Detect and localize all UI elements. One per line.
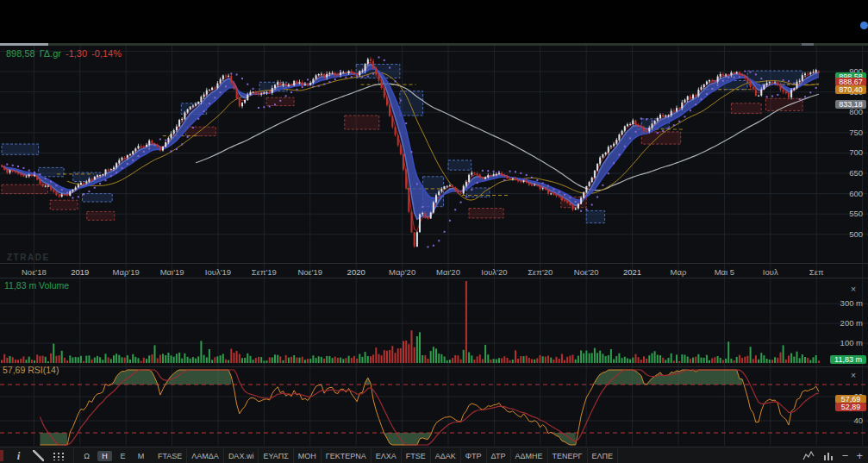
interval-Ω[interactable]: Ω (79, 451, 94, 461)
symbol-tab-ΕΥΑΠΣ[interactable]: ΕΥΑΠΣ (259, 448, 293, 463)
volume-legend: 11,83 m Volume (4, 280, 69, 291)
notification-dot (860, 22, 868, 29)
toolbar-icon-group: i (9, 447, 68, 463)
rsi-badge-rsi-signal-value: 52,89 (835, 403, 866, 411)
volume-badge: 11,83 m (830, 355, 866, 364)
interval-switcher: ΩΗΕΜ (73, 447, 148, 463)
watchlist-grid-icon[interactable] (48, 447, 68, 463)
loading-bar-segment (802, 43, 814, 46)
draw-line-icon[interactable] (28, 447, 48, 463)
bottom-toolbar: i ΩΗΕΜ FTASEΛΑΜΔΑDAX.wiΕΥΑΠΣΜΟΗΓΕΚΤΕΡΝΑΕ… (0, 447, 868, 463)
volume-axis-tick: 300 m (825, 298, 863, 308)
platform-watermark: ZTRADE (7, 253, 50, 262)
price-axis-tick: 800 (825, 107, 863, 116)
info-icon-glyph: i (17, 449, 21, 463)
price-badge-ma50-value: 870,40 (835, 85, 866, 94)
info-icon[interactable]: i (9, 447, 28, 463)
symbol-tab-ΕΛΧΑ[interactable]: ΕΛΧΑ (372, 448, 402, 463)
volume-axis-tick: 200 m (825, 318, 863, 328)
rsi-pane-close-button[interactable]: × (847, 369, 859, 380)
symbol-legend: 898,58 ΓΔ.gr -1,30 -0,14% (6, 48, 123, 59)
toolbar-accent-mark (0, 450, 3, 461)
rsi-axis-tick: 40 (825, 416, 863, 425)
loading-bar-progress (0, 43, 48, 46)
symbol-tab-ΑΔΜΗΕ[interactable]: ΑΔΜΗΕ (511, 448, 548, 463)
symbol-tab-ΓΕΚΤΕΡΝΑ[interactable]: ΓΕΚΤΕΡΝΑ (322, 448, 372, 463)
chart-style-bars-icon[interactable] (823, 447, 834, 463)
symbol-tab-ΜΟΗ[interactable]: ΜΟΗ (294, 448, 322, 463)
price-axis-tick: 650 (825, 168, 863, 178)
watchlist-grid-icon-glyph (53, 452, 65, 460)
chart-canvas[interactable] (0, 0, 868, 463)
rsi-legend: 57,69 RSI(14) (3, 365, 59, 375)
zoom-in-button[interactable]: + (856, 448, 863, 463)
price-badge-ma200-value: 833,18 (835, 100, 866, 109)
legend-last-price: 898,58 (6, 48, 35, 59)
symbol-tab-FTSE[interactable]: FTSE (402, 448, 431, 463)
toolbar-right-group: −+ (802, 447, 863, 463)
symbol-tab-ΦΤΡ[interactable]: ΦΤΡ (461, 448, 487, 463)
window-top-strip (0, 0, 868, 43)
symbol-tab-ΑΔΑΚ[interactable]: ΑΔΑΚ (431, 448, 461, 463)
interval-Ε[interactable]: Ε (116, 451, 130, 461)
interval-Η[interactable]: Η (97, 451, 112, 461)
legend-change: -1,30 (66, 48, 87, 59)
price-axis-tick: 550 (825, 209, 863, 218)
volume-label: Volume (39, 280, 69, 291)
zoom-out-button[interactable]: − (842, 448, 849, 463)
volume-last-value: 11,83 m (4, 280, 36, 291)
symbol-tab-ΛΑΜΔΑ[interactable]: ΛΑΜΔΑ (187, 448, 224, 463)
interval-Μ[interactable]: Μ (134, 451, 148, 461)
volume-pane-close-button[interactable]: × (847, 283, 859, 294)
price-axis-tick: 750 (825, 128, 863, 137)
symbol-tabs: FTASEΛΑΜΔΑDAX.wiΕΥΑΠΣΜΟΗΓΕΚΤΕΡΝΑΕΛΧΑFTSE… (153, 447, 618, 463)
volume-axis-tick: 100 m (825, 338, 863, 347)
symbol-tab-DAX.wi[interactable]: DAX.wi (224, 448, 259, 463)
loading-bar (0, 43, 868, 46)
legend-change-pct: -0,14% (91, 48, 122, 59)
draw-line-icon-glyph (33, 450, 44, 461)
legend-symbol: ΓΔ.gr (40, 48, 61, 59)
time-axis-label: Σεπ (785, 267, 847, 277)
price-axis-tick: 500 (825, 229, 863, 239)
symbol-tab-ΤΕΝΕΡΓ[interactable]: ΤΕΝΕΡΓ (548, 448, 588, 463)
symbol-tab-ΔΤΡ[interactable]: ΔΤΡ (487, 448, 511, 463)
symbol-tab-ΕΛΠΕ[interactable]: ΕΛΠΕ (588, 448, 619, 463)
price-axis-tick: 700 (825, 147, 863, 157)
trading-terminal: 898,58 ΓΔ.gr -1,30 -0,14% ZTRADE 11,83 m… (0, 0, 868, 463)
price-axis-tick: 600 (825, 189, 863, 198)
chart-style-line-icon[interactable] (802, 447, 815, 463)
symbol-tab-FTASE[interactable]: FTASE (153, 448, 187, 463)
rsi-last-value: 57,69 (3, 365, 25, 375)
rsi-label: RSI(14) (28, 365, 59, 375)
